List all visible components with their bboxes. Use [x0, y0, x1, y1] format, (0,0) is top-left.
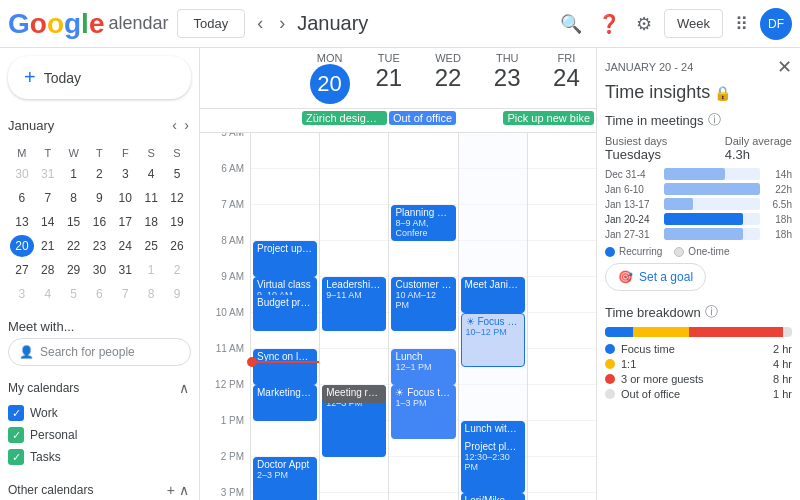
hour-line [528, 133, 596, 169]
mini-cal-day[interactable]: 28 [36, 259, 60, 281]
mini-cal-day[interactable]: 10 [113, 187, 137, 209]
allday-event[interactable]: Zürich design days [302, 111, 387, 125]
calendar-event[interactable]: Customer meeting 10 AM–12 PM [391, 277, 455, 331]
calendar-checkbox[interactable]: ✓ [8, 405, 24, 421]
mini-cal-day[interactable]: 3 [113, 163, 137, 185]
my-calendar-item[interactable]: ✓ Work [8, 402, 191, 424]
create-button[interactable]: + Today [8, 56, 191, 99]
week-dropdown[interactable]: Week [664, 9, 723, 38]
avatar[interactable]: DF [760, 8, 792, 40]
mini-cal-day[interactable]: 31 [36, 163, 60, 185]
mini-cal-day[interactable]: 6 [10, 187, 34, 209]
allday-event[interactable]: Out of office [389, 111, 456, 125]
hour-line [459, 385, 527, 421]
my-calendar-item[interactable]: ✓ Tasks [8, 446, 191, 468]
today-button[interactable]: Today [177, 9, 246, 38]
mini-cal-day[interactable]: 5 [62, 283, 86, 305]
my-calendar-item[interactable]: ✓ Personal [8, 424, 191, 446]
mini-cal-day[interactable]: 3 [10, 283, 34, 305]
mini-cal-day[interactable]: 1 [139, 259, 163, 281]
allday-event[interactable]: Pick up new bike [503, 111, 594, 125]
help-button[interactable]: ❓ [594, 9, 624, 39]
calendar-event[interactable]: Leadership review 9–11 AM [322, 277, 386, 331]
mini-cal-day[interactable]: 16 [88, 211, 112, 233]
mini-cal-day[interactable]: 12 [165, 187, 189, 209]
mini-cal-day[interactable]: 17 [113, 211, 137, 233]
header: Google alendar Today ‹ › January 🔍 ❓ ⚙ W… [0, 0, 800, 48]
add-other-cal[interactable]: + [165, 480, 177, 500]
hour-line [251, 205, 319, 241]
calendar-event[interactable]: Doctor Appt 2–3 PM [253, 457, 317, 500]
hour-line [459, 241, 527, 277]
mini-month: January [8, 118, 54, 133]
search-people[interactable]: 👤 Search for people [8, 338, 191, 366]
mini-cal-day[interactable]: 11 [139, 187, 163, 209]
day-number: 20 [310, 64, 350, 104]
insights-panel: JANUARY 20 - 24 ✕ Time insights 🔒 Time i… [596, 48, 800, 500]
mini-cal-day[interactable]: 1 [62, 163, 86, 185]
mini-cal-day[interactable]: 18 [139, 211, 163, 233]
insights-close[interactable]: ✕ [777, 56, 792, 78]
calendar-checkbox[interactable]: ✓ [8, 427, 24, 443]
mini-cal-day[interactable]: 26 [165, 235, 189, 257]
mini-cal-day[interactable]: 2 [165, 259, 189, 281]
calendar-event[interactable]: Meet Janice, 9– [461, 277, 525, 313]
my-calendars-collapse[interactable]: ∧ [177, 378, 191, 398]
mini-cal-day[interactable]: 9 [88, 187, 112, 209]
mini-cal-day[interactable]: 8 [139, 283, 163, 305]
mini-cal-day-header: W [62, 145, 86, 161]
calendar-event[interactable]: Budget proposal [253, 295, 317, 331]
mini-cal-day[interactable]: 9 [165, 283, 189, 305]
calendar-event[interactable]: Project planning 12:30–2:30 PM [461, 439, 525, 493]
event-time: 12:30–2:30 PM [465, 452, 521, 472]
mini-cal-day[interactable]: 30 [10, 163, 34, 185]
calendar-event[interactable]: Lori/Mike, 2:30– [461, 493, 525, 500]
mini-cal-day[interactable]: 5 [165, 163, 189, 185]
mini-cal-day[interactable]: 24 [113, 235, 137, 257]
mini-cal-day[interactable]: 15 [62, 211, 86, 233]
mini-cal-day[interactable]: 20 [10, 235, 34, 257]
bar-fill [664, 183, 760, 195]
mini-cal-day[interactable]: 8 [62, 187, 86, 209]
mini-cal-day[interactable]: 2 [88, 163, 112, 185]
mini-cal-day[interactable]: 21 [36, 235, 60, 257]
calendar-event[interactable]: Lunch 12–1 PM [391, 349, 455, 385]
time-label: 9 AM [221, 271, 244, 282]
mini-cal-day[interactable]: 31 [113, 259, 137, 281]
calendar-event[interactable]: ☀ Focus time 10–12 PM [461, 313, 525, 367]
search-button[interactable]: 🔍 [556, 9, 586, 39]
calendar-event[interactable]: ☀ Focus time 1–3 PM [391, 385, 455, 439]
calendar-event[interactable]: Planning update 8–9 AM, Confere [391, 205, 455, 241]
prev-button[interactable]: ‹ [253, 9, 267, 38]
set-goal-button[interactable]: 🎯 Set a goal [605, 263, 706, 291]
calendar-event[interactable]: Meeting room 4a [322, 385, 386, 403]
next-button[interactable]: › [275, 9, 289, 38]
bar-container [664, 198, 760, 210]
mini-cal-day[interactable]: 25 [139, 235, 163, 257]
mini-cal-day[interactable]: 4 [36, 283, 60, 305]
mini-cal-day[interactable]: 30 [88, 259, 112, 281]
mini-cal-day[interactable]: 23 [88, 235, 112, 257]
mini-cal-day[interactable]: 7 [36, 187, 60, 209]
mini-cal-day[interactable]: 7 [113, 283, 137, 305]
mini-cal-day[interactable]: 29 [62, 259, 86, 281]
event-time: 1–3 PM [395, 398, 451, 408]
mini-cal-day[interactable]: 6 [88, 283, 112, 305]
calendar-event[interactable]: Sync on latest d [253, 349, 317, 385]
goal-icon: 🎯 [618, 270, 633, 284]
calendar-event[interactable]: Project update, [253, 241, 317, 277]
calendar-event[interactable]: Marketing review [253, 385, 317, 421]
mini-cal-day[interactable]: 27 [10, 259, 34, 281]
mini-cal-day[interactable]: 13 [10, 211, 34, 233]
apps-button[interactable]: ⠿ [731, 9, 752, 39]
mini-cal-day[interactable]: 22 [62, 235, 86, 257]
other-cal-collapse[interactable]: ∧ [177, 480, 191, 500]
calendar-checkbox[interactable]: ✓ [8, 449, 24, 465]
mini-prev[interactable]: ‹ [170, 115, 179, 135]
mini-cal-day[interactable]: 14 [36, 211, 60, 233]
mini-cal-day[interactable]: 19 [165, 211, 189, 233]
settings-button[interactable]: ⚙ [632, 9, 656, 39]
legend-recurring: Recurring [619, 246, 662, 257]
mini-next[interactable]: › [182, 115, 191, 135]
mini-cal-day[interactable]: 4 [139, 163, 163, 185]
